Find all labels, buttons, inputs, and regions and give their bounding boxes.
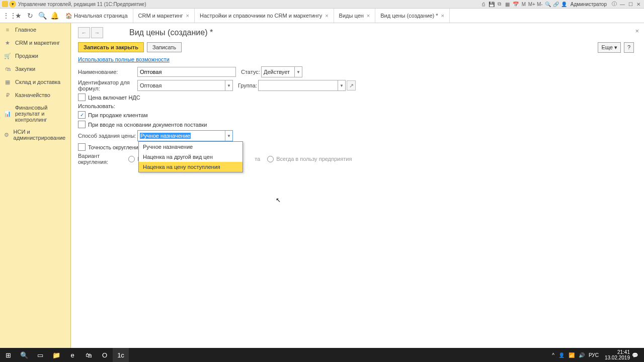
close-icon[interactable]: ×	[441, 13, 444, 19]
sidebar-item-purchases[interactable]: 🛍Закупки	[0, 62, 70, 75]
tb-print-icon[interactable]: ⎙	[480, 1, 487, 8]
app-icon	[2, 1, 8, 7]
tb-link-icon[interactable]: 🔗	[552, 1, 559, 8]
more-button[interactable]: Еще ▾	[598, 42, 620, 53]
tb-zoom-icon[interactable]: 🔍	[544, 1, 551, 8]
sidebar-item-finance[interactable]: 📊Финансовый результат и контроллинг	[0, 102, 70, 126]
full-features-link[interactable]: Использовать полные возможности	[78, 56, 170, 62]
store-icon[interactable]: 🛍	[80, 348, 97, 349]
tb-calendar-icon[interactable]: 📅	[512, 1, 519, 8]
close-icon[interactable]: ×	[186, 13, 189, 19]
sidebar-item-main[interactable]: ≡Главное	[0, 23, 70, 36]
id-select[interactable]: Оптовая ▼	[137, 80, 233, 91]
history-icon[interactable]: ↻	[24, 10, 36, 22]
method-value: Ручное назначение	[138, 133, 225, 139]
menu-icon: ≡	[4, 26, 11, 33]
sidebar-item-warehouse[interactable]: ▦Склад и доставка	[0, 75, 70, 88]
rounding-r2-label: та	[255, 156, 260, 162]
close-form-icon[interactable]: ×	[635, 27, 639, 35]
chevron-down-icon: ▼	[294, 67, 302, 77]
money-icon: ₽	[4, 92, 11, 99]
1c-icon[interactable]: 1c	[113, 348, 129, 349]
method-select[interactable]: Ручное назначение ▼	[137, 130, 233, 141]
tab-label: CRM и маркетинг	[138, 13, 183, 19]
close-icon[interactable]: ×	[325, 13, 328, 19]
cart-icon: 🛒	[4, 52, 11, 59]
save-button[interactable]: Записать	[147, 42, 182, 52]
apps-icon[interactable]: ⋮⋮⋮	[0, 10, 12, 22]
use-sale-checkbox[interactable]: ✓	[78, 111, 86, 119]
tab-label: Начальная страница	[74, 13, 127, 19]
sidebar-item-sales[interactable]: 🛒Продажи	[0, 49, 70, 62]
bag-icon: 🛍	[4, 65, 11, 72]
vat-checkbox[interactable]	[78, 94, 86, 101]
bell-icon[interactable]: 🔔	[48, 10, 60, 22]
chevron-down-icon: ▼	[225, 131, 232, 141]
window-titlebar: ▾ Управление торговлей, редакция 11 (1С:…	[0, 0, 644, 9]
save-close-button[interactable]: Записать и закрыть	[78, 42, 144, 52]
search-icon[interactable]: 🔍	[36, 10, 48, 22]
tab-home[interactable]: 🏠 Начальная страница	[60, 9, 133, 23]
status-label: Статус:	[241, 69, 261, 75]
start-button[interactable]: ⊞	[0, 348, 16, 349]
sidebar-item-label: НСИ и администрирование	[14, 129, 66, 141]
tab-settings[interactable]: Настройки и справочники по CRM и маркети…	[195, 9, 334, 23]
tb-m-icon[interactable]: M	[520, 1, 527, 8]
sidebar-item-label: Казначейство	[15, 92, 50, 98]
minimize-icon[interactable]: —	[619, 1, 626, 8]
name-label: Наименование:	[78, 69, 137, 75]
nav-dropdown-icon[interactable]: ▾	[9, 1, 16, 8]
search-taskbar-icon[interactable]: 🔍	[16, 348, 32, 349]
rounding-label: Вариант округления:	[78, 153, 128, 165]
tab-pricetypes[interactable]: Виды цен×	[334, 9, 376, 23]
tb-copy-icon[interactable]: ⧉	[496, 1, 503, 8]
more-label: Еще	[601, 44, 612, 50]
status-select[interactable]: Действует ▼	[261, 66, 302, 77]
tb-save-icon[interactable]: 💾	[488, 1, 495, 8]
sidebar-item-crm[interactable]: ★CRM и маркетинг	[0, 36, 70, 49]
star-icon[interactable]: ★	[12, 10, 24, 22]
tab-crm[interactable]: CRM и маркетинг×	[133, 9, 195, 23]
opera-icon[interactable]: O	[97, 348, 113, 349]
tb-calc-icon[interactable]: ▦	[504, 1, 511, 8]
rounding-radio-3[interactable]	[267, 156, 274, 162]
maximize-icon[interactable]: ☐	[627, 1, 634, 8]
tb-mplus-icon[interactable]: M+	[528, 1, 535, 8]
forward-button[interactable]: →	[91, 27, 103, 38]
sidebar-item-label: Главное	[15, 27, 36, 33]
close-icon[interactable]: ×	[367, 13, 370, 19]
tb-info-icon[interactable]: ⓘ	[611, 1, 618, 8]
window-title: Управление торговлей, редакция 11 (1С:Пр…	[18, 2, 479, 7]
close-window-icon[interactable]: ✕	[635, 1, 642, 8]
group-open-button[interactable]: ↗	[347, 80, 356, 90]
sidebar-item-label: Склад и доставка	[15, 79, 60, 85]
method-option-markup-other[interactable]: Наценка на другой вид цен	[139, 152, 243, 162]
sidebar-item-admin[interactable]: ⚙НСИ и администрирование	[0, 126, 70, 144]
taskview-icon[interactable]: ▭	[32, 348, 48, 349]
edge-icon[interactable]: e	[64, 348, 80, 349]
grid-icon: ▦	[4, 78, 11, 85]
sidebar-item-treasury[interactable]: ₽Казначейство	[0, 88, 70, 102]
chart-icon: 📊	[4, 110, 11, 117]
home-icon: 🏠	[65, 13, 72, 19]
rounding-r3-label: Всегда в пользу предприятия	[276, 156, 352, 162]
back-button[interactable]: ←	[78, 27, 90, 38]
precision-checkbox[interactable]	[78, 143, 86, 151]
method-option-manual[interactable]: Ручное назначение	[139, 142, 243, 152]
nav-sidebar: ≡Главное ★CRM и маркетинг 🛒Продажи 🛍Заку…	[0, 23, 71, 349]
rounding-radio-1[interactable]	[128, 156, 135, 162]
explorer-icon[interactable]: 📁	[48, 348, 64, 349]
name-input[interactable]	[137, 67, 236, 77]
tb-mminus-icon[interactable]: M-	[536, 1, 543, 8]
group-label: Группа:	[238, 82, 258, 88]
use-supply-label: При вводе на основании документов постав…	[88, 122, 207, 128]
method-option-markup-receipt[interactable]: Наценка на цену поступления	[139, 162, 243, 172]
method-dropdown: Ручное назначение Наценка на другой вид …	[138, 141, 243, 172]
tb-user-icon: 👤	[560, 1, 568, 8]
help-button[interactable]: ?	[624, 42, 634, 53]
tab-pricetype-create[interactable]: Вид цены (создание) *×	[375, 9, 450, 23]
chevron-down-icon: ▼	[338, 80, 345, 90]
group-select[interactable]: ▼	[258, 80, 346, 91]
use-supply-checkbox[interactable]	[78, 121, 86, 128]
sidebar-item-label: Продажи	[15, 53, 38, 59]
